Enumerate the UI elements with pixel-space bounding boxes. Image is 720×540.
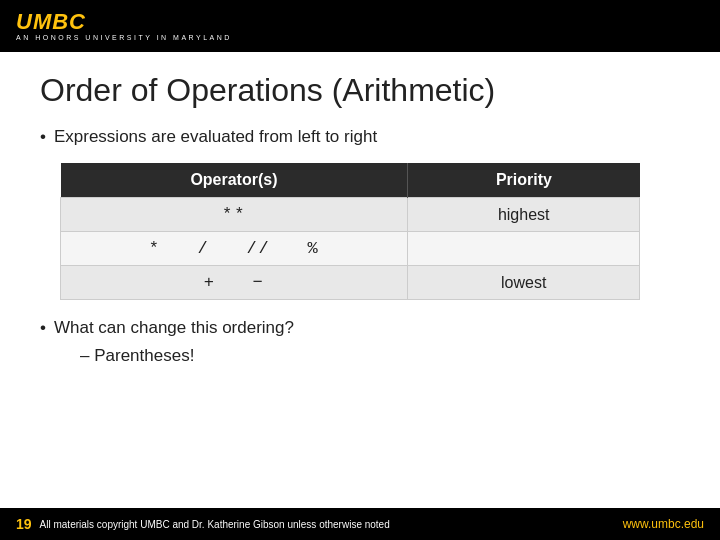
footer: 19 All materials copyright UMBC and Dr. … — [0, 508, 720, 540]
table-row: * / // % — [61, 232, 640, 266]
table-cell-operator-3: + − — [61, 266, 408, 300]
umbc-logo-text: UMBC — [16, 11, 232, 33]
table-cell-priority-2 — [408, 232, 640, 266]
page-title: Order of Operations (Arithmetic) — [40, 72, 680, 109]
umbc-logo: UMBC AN HONORS UNIVERSITY IN MARYLAND — [16, 11, 232, 41]
bullet-text-1: Expressions are evaluated from left to r… — [54, 127, 377, 147]
table-cell-priority-3: lowest — [408, 266, 640, 300]
table-row: + − lowest — [61, 266, 640, 300]
table-header-operator: Operator(s) — [61, 163, 408, 198]
bullet-dot-2: • — [40, 318, 46, 338]
bullet-point-1: • Expressions are evaluated from left to… — [40, 127, 680, 147]
main-content: Order of Operations (Arithmetic) • Expre… — [0, 52, 720, 376]
bullet-dot-1: • — [40, 127, 46, 147]
footer-copyright: All materials copyright UMBC and Dr. Kat… — [40, 519, 390, 530]
footer-website: www.umbc.edu — [623, 517, 704, 531]
bullet-point-2: • What can change this ordering? — [40, 318, 680, 338]
table-row: ** highest — [61, 198, 640, 232]
header-bar: UMBC AN HONORS UNIVERSITY IN MARYLAND — [0, 0, 720, 52]
table-cell-operator-2: * / // % — [61, 232, 408, 266]
table-cell-operator-1: ** — [61, 198, 408, 232]
operators-table: Operator(s) Priority ** highest * / // %… — [60, 163, 640, 300]
umbc-tagline: AN HONORS UNIVERSITY IN MARYLAND — [16, 34, 232, 41]
table-header-priority: Priority — [408, 163, 640, 198]
operators-table-container: Operator(s) Priority ** highest * / // %… — [60, 163, 640, 300]
bullet-text-2: What can change this ordering? — [54, 318, 294, 338]
table-cell-priority-1: highest — [408, 198, 640, 232]
page-number: 19 — [16, 516, 32, 532]
sub-bullet: – Parentheses! — [80, 346, 680, 366]
